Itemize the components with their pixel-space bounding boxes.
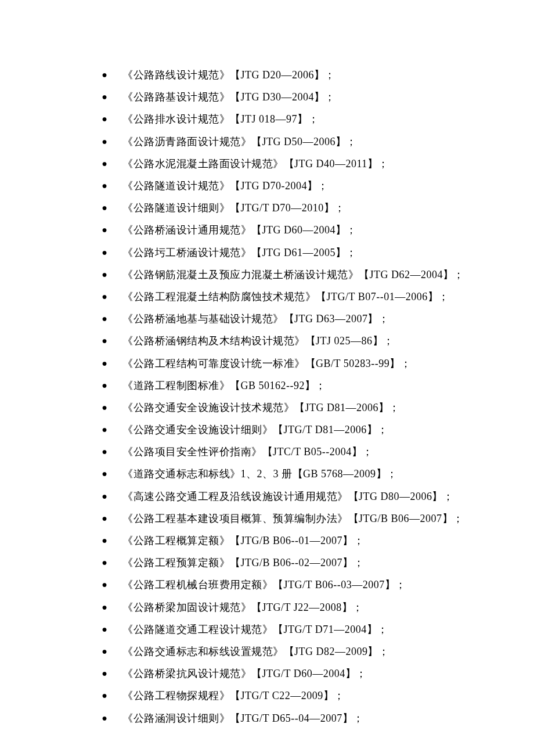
list-item: ●《道路交通标志和标线》1、2、3 册【GB 5768—2009】； [100,463,534,485]
bullet-icon: ● [100,625,109,634]
bullet-icon: ● [100,714,109,723]
list-item-text: 《公路交通标志和标线设置规范》【JTG D82—2009】； [122,646,389,657]
bullet-icon: ● [100,314,109,323]
list-item: ●《公路工程混凝土结构防腐蚀技术规范》【JTG/T B07--01—2006】； [100,286,534,308]
list-item: ●《公路工程物探规程》【JTG/T C22—2009】； [100,685,534,707]
bullet-icon: ● [100,359,109,368]
standards-list: ●《公路路线设计规范》【JTG D20—2006】；●《公路路基设计规范》【JT… [0,64,534,729]
list-item: ●《公路路基设计规范》【JTG D30—2004】； [100,86,534,108]
list-item: ●《道路工程制图标准》【GB 50162--92】； [100,375,534,397]
bullet-icon: ● [100,669,109,678]
bullet-icon: ● [100,203,109,213]
list-item-text: 《道路工程制图标准》【GB 50162--92】； [122,380,326,391]
list-item: ●《公路桥涵钢结构及木结构设计规范》【JTJ 025—86】； [100,330,534,352]
bullet-icon: ● [100,536,109,545]
list-item-text: 《公路路基设计规范》【JTG D30—2004】； [122,92,335,102]
list-item: ●《公路隧道设计细则》【JTG/T D70—2010】； [100,197,534,219]
list-item: ●《高速公路交通工程及沿线设施设计通用规范》【JTG D80—2006】； [100,485,534,507]
list-item: ●《公路沥青路面设计规范》【JTG D50—2006】； [100,131,534,153]
list-item: ●《公路工程结构可靠度设计统一标准》【GB/T 50283--99】； [100,352,534,374]
list-item-text: 《公路桥涵地基与基础设计规范》【JTG D63—2007】； [122,314,389,324]
bullet-icon: ● [100,336,109,345]
list-item-text: 《公路隧道设计规范》【JTG D70-2004】； [122,181,329,191]
bullet-icon: ● [100,447,109,456]
list-item-text: 《高速公路交通工程及沿线设施设计通用规范》【JTG D80—2006】； [122,491,454,502]
list-item-text: 《公路排水设计规范》【JTJ 018—97】； [122,114,319,124]
list-item-text: 《公路桥涵钢结构及木结构设计规范》【JTJ 025—86】； [122,336,394,346]
list-item-text: 《公路桥梁加固设计规范》【JTG/T J22—2008】； [122,602,363,613]
list-item-text: 《公路项目安全性评价指南》【JTC/T B05--2004】； [122,447,373,457]
list-item: ●《公路项目安全性评价指南》【JTC/T B05--2004】； [100,441,534,463]
list-item-text: 《公路隧道设计细则》【JTG/T D70—2010】； [122,203,345,213]
bullet-icon: ● [100,225,109,235]
list-item-text: 《公路工程基本建设项目概算、预算编制办法》【JTG/B B06—2007】； [122,513,464,524]
list-item: ●《公路隧道交通工程设计规范》【JTG/T D71—2004】； [100,618,534,640]
list-item-text: 《公路工程机械台班费用定额》【JTG/T B06--03—2007】； [122,579,406,590]
document-page: ●《公路路线设计规范》【JTG D20—2006】；●《公路路基设计规范》【JT… [0,0,534,729]
list-item-text: 《公路工程混凝土结构防腐蚀技术规范》【JTG/T B07--01—2006】； [122,291,449,302]
list-item: ●《公路路线设计规范》【JTG D20—2006】； [100,64,534,86]
list-item: ●《公路排水设计规范》【JTJ 018—97】； [100,108,534,130]
bullet-icon: ● [100,425,109,434]
list-item: ●《公路桥涵设计通用规范》【JTG D60—2004】； [100,219,534,241]
bullet-icon: ● [100,381,109,390]
bullet-icon: ● [100,181,109,190]
list-item-text: 《公路路线设计规范》【JTG D20—2006】； [122,70,335,80]
bullet-icon: ● [100,70,109,80]
list-item-text: 《公路沥青路面设计规范》【JTG D50—2006】； [122,136,357,147]
list-item-text: 《公路交通安全设施设计技术规范》【JTG D81—2006】； [122,402,400,413]
list-item: ●《公路钢筋混凝土及预应力混凝土桥涵设计规范》【JTG D62—2004】； [100,264,534,286]
list-item-text: 《公路工程物探规程》【JTG/T C22—2009】； [122,690,345,701]
list-item-text: 《公路工程结构可靠度设计统一标准》【GB/T 50283--99】； [122,358,411,369]
list-item-text: 《公路水泥混凝土路面设计规范》【JTG D40—2011】； [122,159,389,169]
list-item-text: 《公路工程预算定额》【JTG/B B06--02—2007】； [122,557,364,568]
list-item-text: 《公路工程概算定额》【JTG/B B06--01—2007】； [122,535,364,546]
list-item-text: 《公路桥涵设计通用规范》【JTG D60—2004】； [122,225,357,235]
bullet-icon: ● [100,469,109,478]
bullet-icon: ● [100,248,109,257]
bullet-icon: ● [100,492,109,501]
list-item: ●《公路工程机械台班费用定额》【JTG/T B06--03—2007】； [100,574,534,596]
list-item: ●《公路涵洞设计细则》【JTG/T D65--04—2007】； [100,707,534,729]
bullet-icon: ● [100,159,109,168]
list-item: ●《公路工程基本建设项目概算、预算编制办法》【JTG/B B06—2007】； [100,507,534,530]
list-item: ●《公路隧道设计规范》【JTG D70-2004】； [100,175,534,197]
list-item: ●《公路工程预算定额》【JTG/B B06--02—2007】； [100,552,534,574]
bullet-icon: ● [100,603,109,612]
bullet-icon: ● [100,92,109,102]
list-item: ●《公路桥涵地基与基础设计规范》【JTG D63—2007】； [100,308,534,330]
list-item-text: 《公路桥梁抗风设计规范》【JTG/T D60—2004】； [122,668,367,679]
bullet-icon: ● [100,137,109,146]
bullet-icon: ● [100,292,109,301]
list-item: ●《公路水泥混凝土路面设计规范》【JTG D40—2011】； [100,153,534,175]
list-item: ●《公路交通标志和标线设置规范》【JTG D82—2009】； [100,640,534,663]
bullet-icon: ● [100,514,109,523]
list-item-text: 《道路交通标志和标线》1、2、3 册【GB 5768—2009】； [122,469,398,479]
bullet-icon: ● [100,403,109,412]
list-item: ●《公路交通安全设施设计细则》【JTG/T D81—2006】； [100,419,534,441]
list-item: ●《公路工程概算定额》【JTG/B B06--01—2007】； [100,530,534,552]
bullet-icon: ● [100,114,109,124]
list-item-text: 《公路圬工桥涵设计规范》【JTG D61—2005】； [122,247,357,258]
bullet-icon: ● [100,647,109,656]
bullet-icon: ● [100,691,109,700]
bullet-icon: ● [100,270,109,279]
list-item: ●《公路交通安全设施设计技术规范》【JTG D81—2006】； [100,397,534,419]
list-item: ●《公路圬工桥涵设计规范》【JTG D61—2005】； [100,242,534,264]
list-item-text: 《公路涵洞设计细则》【JTG/T D65--04—2007】； [122,713,364,723]
list-item-text: 《公路钢筋混凝土及预应力混凝土桥涵设计规范》【JTG D62—2004】； [122,269,464,280]
list-item-text: 《公路隧道交通工程设计规范》【JTG/T D71—2004】； [122,624,388,635]
list-item: ●《公路桥梁抗风设计规范》【JTG/T D60—2004】； [100,663,534,685]
list-item: ●《公路桥梁加固设计规范》【JTG/T J22—2008】； [100,596,534,618]
list-item-text: 《公路交通安全设施设计细则》【JTG/T D81—2006】； [122,424,388,435]
bullet-icon: ● [100,580,109,589]
bullet-icon: ● [100,558,109,567]
